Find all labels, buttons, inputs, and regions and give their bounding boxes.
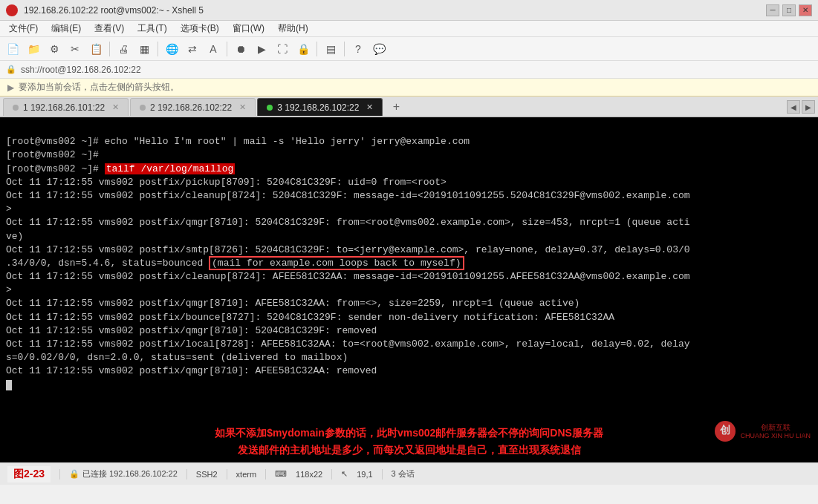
menu-edit[interactable]: 编辑(E) <box>45 21 87 36</box>
annotation-line-1: 如果不添加$mydomain参数的话，此时vms002邮件服务器会不停的询问DN… <box>215 425 603 441</box>
open-button[interactable]: 📁 <box>24 40 43 58</box>
terminal-line-4: Oct 11 17:12:55 vms002 postfix/pickup[87… <box>6 177 447 188</box>
record-button[interactable]: ⏺ <box>231 40 250 58</box>
terminal-line-16: Oct 11 17:12:55 vms002 postfix/local[872… <box>6 338 690 350</box>
cut-button[interactable]: ✂ <box>65 40 85 58</box>
size-icon: ⌨ <box>275 469 287 479</box>
tab-3-close-button[interactable]: ✕ <box>366 102 373 112</box>
watermark-subtitle: CHUANG XIN HU LIAN <box>740 432 811 441</box>
tab-2-close-button[interactable]: ✕ <box>239 102 246 112</box>
toolbar-separator-1 <box>109 42 110 56</box>
terminal-line-7: Oct 11 17:12:55 vms002 postfix/qmgr[8710… <box>6 217 690 228</box>
new-session-button[interactable]: 📄 <box>3 40 22 58</box>
toolbar: 📄 📁 ⚙ ✂ 📋 🖨 ▦ 🌐 ⇄ A ⏺ ▶ ⛶ 🔒 ▤ ? 💬 <box>0 37 818 61</box>
tabs-next-button[interactable]: ▶ <box>802 100 815 114</box>
terminal-line-12: > <box>6 284 12 295</box>
tab-1-label: 1 192.168.26.101:22 <box>23 102 105 113</box>
menu-help[interactable]: 帮助(H) <box>272 21 314 36</box>
figure-label: 图2-23 <box>7 466 51 482</box>
play-button[interactable]: ▶ <box>252 40 271 58</box>
status-separator-2 <box>227 469 227 480</box>
tab-2-status-dot <box>140 105 146 111</box>
window-controls: ─ □ ✕ <box>766 4 812 16</box>
menu-bar: 文件(F) 编辑(E) 查看(V) 工具(T) 选项卡(B) 窗口(W) 帮助(… <box>0 21 818 37</box>
globe-button[interactable]: 🌐 <box>162 40 181 58</box>
toolbar-separator-2 <box>158 42 158 56</box>
status-separator-3 <box>265 469 266 480</box>
chat-button[interactable]: 💬 <box>369 40 389 58</box>
status-connection: 🔒 已连接 192.168.26.102:22 <box>69 468 178 480</box>
address-icon: 🔒 <box>6 65 16 74</box>
address-text: ssh://root@192.168.26.102:22 <box>21 65 141 75</box>
sessions-text: 3 会话 <box>392 468 415 480</box>
watermark: 创 创新互联 CHUANG XIN HU LIAN <box>715 421 811 442</box>
terminal-area[interactable]: [root@vms002 ~]# echo "Hello I'm root" |… <box>0 117 818 462</box>
loop-back-highlight: (mail for example.com loops back to myse… <box>209 256 464 270</box>
copy-button[interactable]: 📋 <box>86 40 106 58</box>
terminal-line-18: Oct 11 17:12:55 vms002 postfix/qmgr[8710… <box>6 365 377 376</box>
layout-button[interactable]: ▦ <box>134 40 154 58</box>
minimize-button[interactable]: ─ <box>766 4 779 16</box>
tabs-prev-button[interactable]: ◀ <box>787 100 800 114</box>
status-separator-1 <box>186 469 187 480</box>
tab-3-status-dot <box>267 105 273 111</box>
terminal-cursor <box>6 380 12 390</box>
menu-tools[interactable]: 工具(T) <box>132 21 172 36</box>
toolbar-separator-5 <box>344 42 345 56</box>
toolbar-separator-4 <box>317 42 317 56</box>
tabs-navigation: ◀ ▶ <box>787 100 815 116</box>
address-bar: 🔒 ssh://root@192.168.26.102:22 <box>0 61 818 79</box>
tab-3-label: 3 192.168.26.102:22 <box>277 102 359 113</box>
tab-2-label: 2 192.168.26.102:22 <box>150 102 232 113</box>
menu-tabs[interactable]: 选项卡(B) <box>175 21 225 36</box>
menu-view[interactable]: 查看(V) <box>88 21 130 36</box>
tabs-bar: 1 192.168.26.101:22 ✕ 2 192.168.26.102:2… <box>0 96 818 117</box>
cmd-highlight: tailf /var/log/maillog <box>105 163 236 174</box>
window-title: 192.168.26.102:22 root@vms002:~ - Xshell… <box>24 5 766 16</box>
watermark-text: 创新互联 CHUANG XIN HU LIAN <box>740 422 811 441</box>
info-arrow-icon: ▶ <box>7 82 14 93</box>
position-text: 19,1 <box>357 470 372 479</box>
bottom-bar: 图2-23 🔒 已连接 192.168.26.102:22 SSH2 xterm… <box>0 462 818 485</box>
terminal-line-13: Oct 11 17:12:55 vms002 postfix/qmgr[8710… <box>6 298 580 309</box>
title-bar: 192.168.26.102:22 root@vms002:~ - Xshell… <box>0 0 818 21</box>
maximize-button[interactable]: □ <box>782 4 796 16</box>
close-button[interactable]: ✕ <box>799 4 812 16</box>
status-separator-5 <box>382 469 383 480</box>
terminal-line-14: Oct 11 17:12:55 vms002 postfix/bounce[87… <box>6 312 614 323</box>
status-separator-0 <box>59 469 60 480</box>
terminal-line-2: [root@vms002 ~]# <box>6 149 99 160</box>
connection-text: 已连接 192.168.26.102:22 <box>82 468 178 480</box>
terminal-line-8: ve) <box>6 231 23 242</box>
terminal-line-5: Oct 11 17:12:55 vms002 postfix/cleanup[8… <box>6 190 690 201</box>
lock-button[interactable]: 🔒 <box>293 40 313 58</box>
watermark-icon: 创 <box>715 421 736 442</box>
terminal-line-15: Oct 11 17:12:55 vms002 postfix/qmgr[8710… <box>6 325 377 336</box>
connection-icon: 🔒 <box>69 469 79 479</box>
terminal-line-17: s=0/0.02/0/0, dsn=2.0.0, status=sent (de… <box>6 352 348 363</box>
tab-3[interactable]: 3 192.168.26.102:22 ✕ <box>257 98 383 116</box>
app-icon <box>6 4 18 16</box>
help-button[interactable]: ? <box>348 40 368 58</box>
terminal-line-6: > <box>6 203 12 215</box>
new-tab-button[interactable]: + <box>387 98 405 116</box>
toolbar-separator-3 <box>227 42 227 56</box>
annotation-line-2: 发送邮件的主机地址是多少，而每次又返回地址是自己，直至出现系统退信 <box>215 442 603 458</box>
menu-file[interactable]: 文件(F) <box>3 21 44 36</box>
tab-1-status-dot <box>13 105 19 111</box>
transfer-button[interactable]: ⇄ <box>183 40 202 58</box>
fullscreen-button[interactable]: ⛶ <box>273 40 292 58</box>
terminal-line-3: [root@vms002 ~]# tailf /var/log/maillog <box>6 163 235 174</box>
print-button[interactable]: 🖨 <box>114 40 133 58</box>
tab-1-close-button[interactable]: ✕ <box>112 102 119 112</box>
terminal-line-10: .34/0/0, dsn=5.4.6, status=bounced (mail… <box>6 256 464 270</box>
terminal-line-11: Oct 11 17:12:55 vms002 postfix/cleanup[8… <box>6 271 690 282</box>
tab-2[interactable]: 2 192.168.26.102:22 ✕ <box>130 98 256 116</box>
settings-button[interactable]: ⚙ <box>45 40 64 58</box>
script-button[interactable]: ▤ <box>321 40 340 58</box>
tab-1[interactable]: 1 192.168.26.101:22 ✕ <box>3 98 129 116</box>
font-button[interactable]: A <box>204 40 223 58</box>
menu-window[interactable]: 窗口(W) <box>227 21 270 36</box>
status-separator-4 <box>331 469 332 480</box>
protocol-text: SSH2 <box>196 470 218 479</box>
